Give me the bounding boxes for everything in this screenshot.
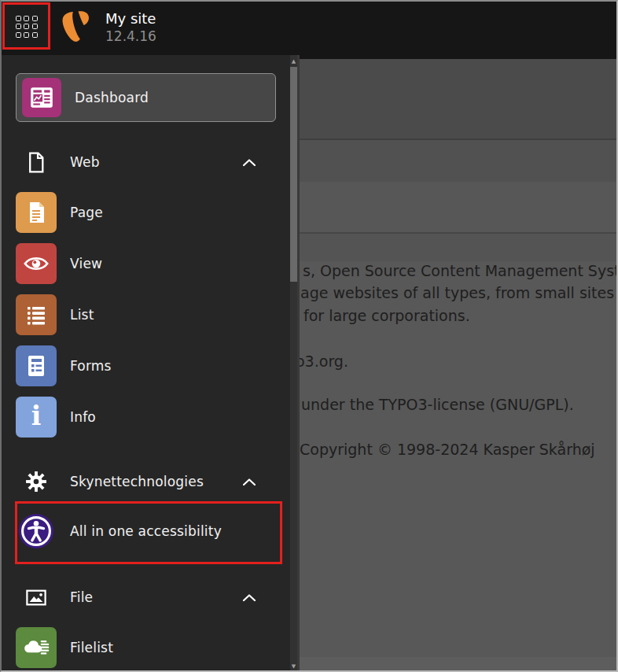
content-band [300, 234, 618, 261]
scrollbar-thumb[interactable] [290, 67, 297, 282]
menu-item-label: List [70, 307, 94, 323]
scroll-down-icon[interactable]: ▼ [290, 661, 297, 671]
site-name: My site [105, 10, 156, 28]
dashboard-icon [22, 78, 61, 117]
info-icon: i [16, 397, 57, 438]
eye-icon [16, 243, 57, 284]
top-bar: My site 12.4.16 [0, 0, 618, 55]
menu-item-label: Dashboard [75, 90, 149, 105]
menu-item-filelist[interactable]: Filelist [16, 627, 276, 668]
menu-item-label: Info [70, 409, 96, 425]
typo3-version: 12.4.16 [105, 28, 156, 45]
menu-section-skynettechnologies[interactable]: Skynettechnologies [16, 461, 276, 502]
content-band [300, 140, 618, 182]
menu-item-dashboard[interactable]: Dashboard [16, 73, 276, 122]
menu-item-forms[interactable]: Forms [16, 345, 276, 386]
image-icon [16, 577, 57, 618]
typo3-logo [60, 10, 91, 43]
filelist-icon [16, 627, 57, 668]
accessibility-icon [16, 511, 57, 552]
menu-section-web[interactable]: Web [16, 142, 276, 183]
menu-item-label: Page [70, 205, 103, 220]
about-copyright-line: Copyright © 1998-2024 Kasper Skårhøj [300, 441, 595, 458]
gear-icon [16, 461, 57, 502]
menu-item-info[interactable]: i Info [16, 397, 276, 438]
scroll-up-icon[interactable]: ▲ [290, 56, 297, 66]
chevron-up-icon[interactable] [242, 590, 256, 605]
menu-section-label: Skynettechnologies [70, 474, 204, 489]
menu-item-label: All in one accessibility [70, 523, 222, 539]
menu-item-all-in-one-accessibility[interactable]: All in one accessibility [16, 511, 276, 552]
menu-item-label: View [70, 256, 102, 271]
typo3-backend-screenshot: s, Open Source Content Management Syste … [0, 0, 618, 672]
module-menu-toggle-button[interactable] [5, 5, 48, 48]
menu-item-list[interactable]: List [16, 294, 276, 335]
module-menu-flyout: Dashboard Web [0, 55, 290, 672]
menu-item-label: Forms [70, 358, 112, 374]
about-text-line: age websites of all types, from small si… [300, 284, 614, 301]
about-text-line: for large corporations. [303, 307, 470, 324]
flyout-scrollbar[interactable]: ▲ ▼ [290, 55, 297, 672]
chevron-up-icon[interactable] [242, 474, 256, 489]
about-text-line: s, Open Source Content Management Syste [303, 262, 618, 279]
menu-section-file[interactable]: File [16, 577, 276, 618]
menu-section-label: Web [70, 154, 100, 170]
content-footer-band [300, 657, 618, 670]
menu-item-view[interactable]: View [16, 243, 276, 284]
chevron-up-icon[interactable] [242, 155, 256, 170]
about-text-line: o3.org. [296, 353, 348, 370]
content-band [300, 59, 618, 138]
content-band [300, 182, 618, 232]
list-icon [16, 294, 57, 335]
form-icon [16, 345, 57, 386]
grid-icon [16, 16, 38, 38]
menu-section-label: File [70, 589, 93, 605]
page-icon [16, 192, 57, 233]
panel-edge-divider [297, 55, 300, 672]
document-outline-icon [16, 142, 57, 183]
menu-item-page[interactable]: Page [16, 192, 276, 233]
menu-item-label: Filelist [70, 640, 113, 655]
about-text-line: under the TYPO3-license (GNU/GPL). [301, 396, 574, 413]
